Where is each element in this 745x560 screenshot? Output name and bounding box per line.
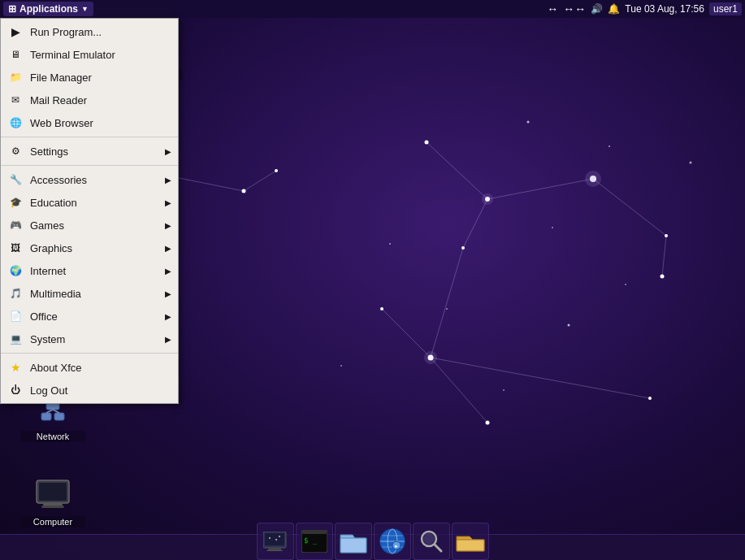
menu-arrow-icon: ▼ <box>81 5 89 13</box>
svg-point-27 <box>568 324 570 327</box>
svg-point-28 <box>340 365 342 367</box>
menu-item-accessories[interactable]: 🔧 Accessories ▶ <box>1 168 178 191</box>
svg-line-7 <box>431 358 650 398</box>
menu-item-multimedia-label: Multimedia <box>30 288 81 300</box>
svg-point-20 <box>380 307 383 310</box>
svg-point-23 <box>275 169 278 172</box>
svg-rect-49 <box>268 548 281 550</box>
menu-item-settings-label: Settings <box>30 145 68 158</box>
network-label: Network <box>20 431 85 442</box>
top-panel: ⊞ Applications ▼ ↔ ↔↔ 🔊 🔔 Tue 03 Aug, 17… <box>0 0 745 18</box>
svg-point-25 <box>609 145 610 147</box>
svg-point-13 <box>590 176 596 182</box>
svg-text:►: ► <box>394 544 399 549</box>
menu-separator-1 <box>1 137 178 137</box>
taskbar: $ _ <box>0 534 745 560</box>
menu-separator-3 <box>1 353 178 354</box>
svg-line-5 <box>431 248 463 358</box>
menu-item-run-program[interactable]: ▶ Run Program... <box>1 20 178 43</box>
svg-point-18 <box>486 421 490 425</box>
menu-item-education[interactable]: 🎓 Education ▶ <box>1 191 178 214</box>
svg-rect-50 <box>266 550 283 551</box>
run-program-icon: ▶ <box>7 24 24 40</box>
menu-item-system-label: System <box>30 333 65 345</box>
applications-label: Applications <box>19 3 78 15</box>
svg-point-24 <box>527 121 530 124</box>
menu-item-graphics[interactable]: 🖼 Graphics ▶ <box>1 237 178 259</box>
menu-item-games[interactable]: 🎮 Games ▶ <box>1 214 178 237</box>
top-panel-right: ↔ ↔↔ 🔊 🔔 Tue 03 Aug, 17:56 user1 <box>547 2 742 15</box>
menu-item-mail-reader[interactable]: ✉ Mail Reader <box>1 89 178 111</box>
menu-item-accessories-label: Accessories <box>30 174 87 186</box>
svg-rect-70 <box>457 540 484 551</box>
internet-icon: 🌍 <box>7 263 24 279</box>
svg-rect-48 <box>265 533 284 545</box>
menu-item-games-label: Games <box>30 219 64 232</box>
menu-item-log-out[interactable]: ⏻ Log Out <box>1 379 178 402</box>
desktop: ⊞ Applications ▼ ↔ ↔↔ 🔊 🔔 Tue 03 Aug, 17… <box>0 0 745 560</box>
menu-item-log-out-label: Log Out <box>30 384 67 397</box>
education-icon: 🎓 <box>7 194 24 211</box>
svg-point-11 <box>425 141 429 145</box>
svg-point-53 <box>279 536 280 537</box>
menu-item-file-manager-label: File Manager <box>30 72 92 84</box>
svg-line-41 <box>53 410 59 413</box>
svg-point-26 <box>389 243 391 245</box>
application-menu: ▶ Run Program... 🖥 Terminal Emulator 📁 F… <box>0 18 179 404</box>
svg-text:$ _: $ _ <box>304 536 318 545</box>
svg-point-51 <box>269 537 271 539</box>
dock-item-search[interactable] <box>413 523 450 560</box>
dock-item-terminal[interactable]: $ _ <box>296 523 333 560</box>
menu-item-office[interactable]: 📄 Office ▶ <box>1 305 178 328</box>
svg-point-16 <box>461 246 465 250</box>
svg-line-68 <box>435 545 441 551</box>
dock-item-folder[interactable] <box>452 523 489 560</box>
mail-reader-icon: ✉ <box>7 92 24 108</box>
menu-item-internet[interactable]: 🌍 Internet ▶ <box>1 259 178 282</box>
menu-item-multimedia[interactable]: 🎵 Multimedia ▶ <box>1 282 178 305</box>
svg-point-36 <box>482 193 493 205</box>
svg-line-40 <box>46 410 53 413</box>
accessories-arrow-icon: ▶ <box>165 176 171 184</box>
svg-line-8 <box>382 309 431 358</box>
svg-line-4 <box>463 199 487 248</box>
multimedia-icon: 🎵 <box>7 285 24 302</box>
education-arrow-icon: ▶ <box>165 198 171 207</box>
menu-item-education-label: Education <box>30 197 77 209</box>
graphics-arrow-icon: ▶ <box>165 244 171 253</box>
log-out-icon: ⏻ <box>7 382 24 398</box>
menu-item-terminal[interactable]: 🖥 Terminal Emulator <box>1 43 178 66</box>
menu-item-mail-reader-label: Mail Reader <box>30 94 87 106</box>
desktop-icon-computer[interactable]: Computer <box>20 475 85 527</box>
dock-item-browser[interactable]: ► <box>374 523 411 560</box>
applications-menu-button[interactable]: ⊞ Applications ▼ <box>3 2 93 16</box>
svg-rect-39 <box>54 413 64 420</box>
datetime-display: Tue 03 Aug, 17:56 <box>625 3 704 15</box>
dock-item-show-desktop[interactable] <box>257 523 294 560</box>
menu-item-internet-label: Internet <box>30 265 66 277</box>
system-icon: 💻 <box>7 331 24 347</box>
terminal-icon: 🖥 <box>7 46 24 63</box>
menu-item-web-browser[interactable]: 🌐 Web Browser <box>1 111 178 134</box>
about-xfce-icon: ★ <box>7 359 24 376</box>
svg-rect-58 <box>340 538 366 553</box>
svg-point-14 <box>665 234 668 237</box>
menu-item-about-xfce[interactable]: ★ About Xfce <box>1 356 178 379</box>
games-icon: 🎮 <box>7 217 24 233</box>
svg-rect-55 <box>301 530 327 534</box>
svg-line-10 <box>244 171 276 191</box>
menu-item-settings[interactable]: ⚙ Settings ▶ <box>1 140 178 163</box>
menu-item-file-manager[interactable]: 📁 File Manager <box>1 66 178 89</box>
svg-line-2 <box>593 179 666 236</box>
svg-point-22 <box>242 189 246 193</box>
office-arrow-icon: ▶ <box>165 312 171 321</box>
file-manager-icon: 📁 <box>7 69 24 85</box>
svg-point-12 <box>485 197 490 202</box>
svg-point-19 <box>648 397 652 400</box>
dock-item-files[interactable] <box>335 523 372 560</box>
svg-point-69 <box>423 533 435 545</box>
svg-line-0 <box>427 142 487 199</box>
menu-item-system[interactable]: 💻 System ▶ <box>1 328 178 350</box>
svg-point-33 <box>552 227 553 228</box>
office-icon: 📄 <box>7 308 24 324</box>
